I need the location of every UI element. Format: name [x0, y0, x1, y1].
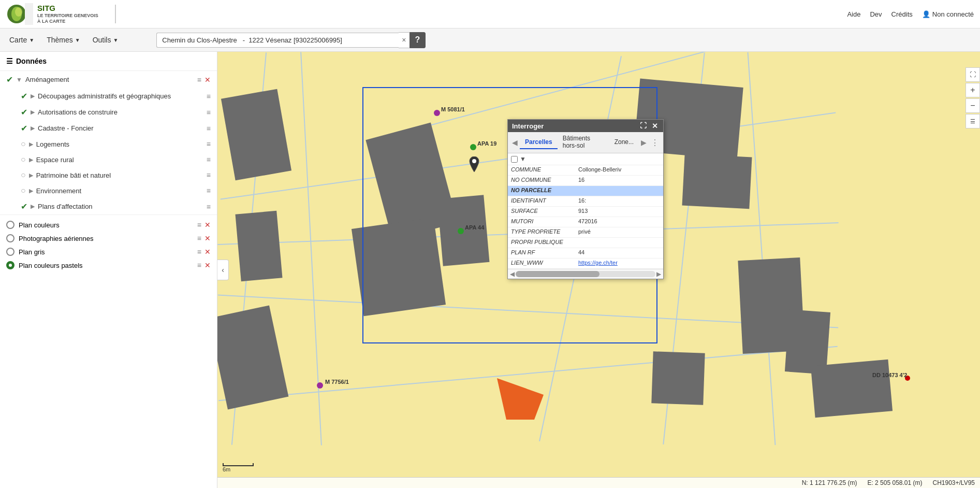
base-layer-pastels[interactable]: Plan couleurs pastels ≡ ✕	[0, 259, 217, 272]
layer-patrimoine[interactable]: ○ ▶ Patrimoine bâti et naturel ≡	[0, 167, 217, 183]
marker-apa44[interactable]	[458, 228, 464, 234]
layer-decoupages[interactable]: ✔ ▶ Découpages administratifs et géograp…	[0, 88, 217, 104]
logements-menu-icon[interactable]: ≡	[207, 140, 211, 148]
tab-batiments[interactable]: Bâtiments hors-sol	[558, 132, 609, 153]
tab-zone[interactable]: Zone...	[609, 136, 639, 149]
decoupages-expand-icon: ▶	[31, 93, 35, 99]
base-layer-plan-gris[interactable]: Plan gris ≡ ✕	[0, 245, 217, 259]
layer-plans-affectation[interactable]: ✔ ▶ Plans d'affectation ≡	[0, 198, 217, 214]
amenagement-actions: ≡ ✕	[197, 76, 211, 84]
user-info[interactable]: 👤 Non connecté	[922, 10, 974, 18]
layer-environnement[interactable]: ○ ▶ Environnement ≡	[0, 183, 217, 198]
user-label: Non connecté	[932, 10, 974, 18]
layer-autorisations[interactable]: ✔ ▶ Autorisations de construire ≡	[0, 104, 217, 120]
val-mutori: 472016	[578, 218, 660, 226]
aide-link[interactable]: Aide	[847, 10, 860, 18]
tab-parcelles[interactable]: Parcelles	[520, 136, 558, 149]
zoom-out-btn[interactable]: −	[966, 98, 980, 113]
search-help-button[interactable]: ?	[409, 32, 426, 48]
interroger-tab-next[interactable]: ▶	[639, 136, 649, 149]
autorisations-label: Autorisations de construire	[38, 108, 203, 116]
autorisations-expand-icon: ▶	[31, 109, 35, 116]
search-input[interactable]	[156, 33, 399, 48]
marker-m7756[interactable]	[317, 382, 323, 389]
layer-espace-rural[interactable]: ○ ▶ Espace rural ≡	[0, 152, 217, 167]
themes-menu[interactable]: Thèmes ▼	[41, 33, 85, 47]
interroger-tab-prev[interactable]: ◀	[510, 136, 520, 149]
interroger-content[interactable]: COMMUNE Collonge-Belleriv NO COMMUNE 16 …	[508, 165, 663, 269]
base-layer-photos[interactable]: Photographies aériennes ≡ ✕	[0, 232, 217, 245]
zoom-in-btn[interactable]: +	[966, 83, 980, 97]
layers-btn[interactable]: ☰	[966, 114, 980, 128]
base-layer-plan-couleurs[interactable]: Plan couleurs ≡ ✕	[0, 218, 217, 232]
hscroll-right-arrow[interactable]: ▶	[656, 270, 661, 278]
layer-cadastre[interactable]: ✔ ▶ Cadastre - Foncier ≡	[0, 120, 217, 136]
data-row-propri: PROPRI PUBLIQUE	[508, 238, 663, 248]
plan-couleurs-remove-icon[interactable]: ✕	[204, 221, 211, 229]
logo-text: SITG LE TERRITOIRE GENEVOIS À LA CARTE	[37, 4, 98, 24]
building-2	[235, 211, 282, 281]
val-plan-rf: 44	[578, 249, 660, 257]
interroger-tab-menu[interactable]: ⋮	[649, 138, 661, 148]
val-lien-www[interactable]: https://ge.ch/ter	[578, 260, 660, 267]
interroger-dropdown-arrow[interactable]: ▼	[520, 155, 526, 163]
plan-couleurs-menu-icon[interactable]: ≡	[197, 221, 201, 229]
search-clear-button[interactable]: ×	[399, 32, 409, 48]
amenagement-menu-icon[interactable]: ≡	[197, 76, 201, 84]
dev-link[interactable]: Dev	[870, 10, 882, 18]
data-row-no-commune: NO COMMUNE 16	[508, 176, 663, 186]
cadastre-menu-icon[interactable]: ≡	[207, 124, 211, 133]
amenagement-group-header[interactable]: ✔ ▼ Aménagement ≡ ✕	[0, 71, 217, 88]
data-row-no-parcelle: NO PARCELLE	[508, 186, 663, 196]
autorisations-menu-icon[interactable]: ≡	[207, 108, 211, 117]
decoupages-menu-icon[interactable]: ≡	[207, 92, 211, 101]
environnement-menu-icon[interactable]: ≡	[207, 186, 211, 195]
interroger-checkbox[interactable]	[511, 156, 518, 163]
outils-menu[interactable]: Outils ▼	[87, 33, 124, 47]
hscroll-track[interactable]	[516, 271, 655, 277]
list-icon: ☰	[6, 57, 13, 65]
espace-rural-menu-icon[interactable]: ≡	[207, 155, 211, 164]
plans-check-icon: ✔	[21, 202, 27, 211]
map-area[interactable]: M 5081/1 APA 19 APA 44 M 7756/1 DD 10473…	[217, 52, 980, 488]
layer-logements[interactable]: ○ ▶ Logements ≡	[0, 136, 217, 152]
photos-radio	[6, 234, 14, 242]
lien-www-link[interactable]: https://ge.ch/ter	[578, 260, 618, 266]
decoupages-label: Découpages administratifs et géographiqu…	[38, 92, 203, 100]
key-plan-rf: PLAN RF	[511, 249, 578, 257]
interroger-close-icon[interactable]: ✕	[651, 122, 659, 130]
patrimoine-menu-icon[interactable]: ≡	[207, 171, 211, 179]
pastels-remove-icon[interactable]: ✕	[204, 261, 211, 269]
photos-remove-icon[interactable]: ✕	[204, 234, 211, 242]
credits-link[interactable]: Crédits	[891, 10, 913, 18]
plan-couleurs-radio	[6, 221, 14, 229]
interroger-maximize-icon[interactable]: ⛶	[639, 122, 648, 130]
amenagement-group: ✔ ▼ Aménagement ≡ ✕ ✔ ▶ Découpages admin…	[0, 71, 217, 215]
plan-gris-remove-icon[interactable]: ✕	[204, 248, 211, 256]
fullscreen-btn[interactable]: ⛶	[966, 67, 980, 82]
plan-gris-menu-icon[interactable]: ≡	[197, 248, 201, 256]
marker-apa19[interactable]	[470, 144, 476, 150]
pastels-menu-icon[interactable]: ≡	[197, 261, 201, 269]
collapse-sidebar-button[interactable]: ‹	[217, 260, 229, 280]
data-row-identifiant: IDENTIFIANT 16:	[508, 196, 663, 207]
amenagement-remove-icon[interactable]: ✕	[204, 76, 211, 84]
scale-label: 6m	[223, 466, 230, 472]
plan-gris-label: Plan gris	[19, 248, 45, 256]
environnement-circle-icon: ○	[21, 186, 26, 195]
data-row-type-propriete: TYPE PROPRIETE privé	[508, 227, 663, 238]
marker-apa19-label: APA 19	[477, 140, 496, 147]
patrimoine-label: Patrimoine bâti et naturel	[36, 171, 203, 179]
hscroll-left-arrow[interactable]: ◀	[510, 270, 515, 278]
marker-m5081[interactable]	[434, 110, 440, 116]
key-lien-www: LIEN_WWW	[511, 260, 578, 267]
cadastre-check-icon: ✔	[21, 123, 27, 133]
hscroll-thumb[interactable]	[516, 271, 599, 277]
carte-menu[interactable]: Carte ▼	[4, 33, 39, 47]
top-nav-links: Aide Dev Crédits 👤 Non connecté	[847, 10, 974, 18]
plans-menu-icon[interactable]: ≡	[207, 203, 211, 211]
logo[interactable]: SITG LE TERRITOIRE GENEVOIS À LA CARTE	[6, 3, 98, 25]
interroger-title: Interroger	[512, 122, 544, 130]
cadastre-expand-icon: ▶	[31, 125, 35, 132]
photos-menu-icon[interactable]: ≡	[197, 234, 201, 242]
